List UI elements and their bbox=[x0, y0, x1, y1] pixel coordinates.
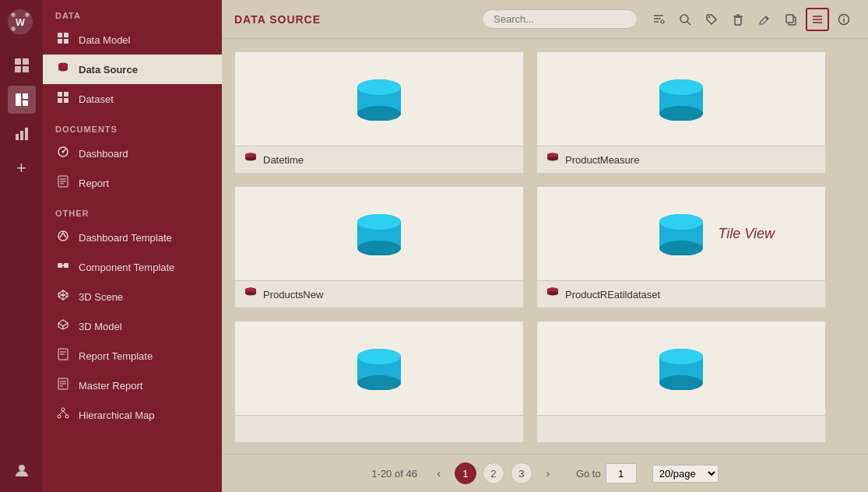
report-template-icon bbox=[55, 348, 71, 364]
tile-5[interactable] bbox=[234, 321, 524, 443]
svg-rect-24 bbox=[64, 98, 69, 103]
3d-model-label: 3D Model bbox=[79, 321, 122, 332]
edit-icon[interactable] bbox=[753, 8, 776, 31]
goto-input[interactable] bbox=[606, 463, 637, 483]
tile-6[interactable] bbox=[536, 321, 826, 443]
tile-productmeasure-text: ProductMeasure bbox=[565, 154, 639, 166]
dashboard-icon bbox=[55, 146, 71, 161]
svg-line-42 bbox=[58, 327, 63, 329]
info-icon[interactable] bbox=[832, 8, 856, 31]
other-section-label: OTHER bbox=[43, 198, 222, 223]
nav-item-hierarchical-map[interactable]: Hierarchical Map bbox=[43, 400, 222, 430]
nav-item-dataset[interactable]: Dataset bbox=[43, 84, 222, 114]
delete-icon[interactable] bbox=[726, 8, 750, 31]
nav-item-dashboard-template[interactable]: Dashboard Template bbox=[43, 223, 222, 252]
svg-line-55 bbox=[59, 411, 63, 415]
nav-item-report[interactable]: Report bbox=[43, 168, 222, 198]
data-source-label: Data Source bbox=[79, 64, 138, 76]
tile-datetime-image bbox=[235, 52, 523, 146]
nav-item-data-model[interactable]: Data Model bbox=[43, 25, 222, 54]
svg-line-62 bbox=[687, 22, 691, 25]
svg-point-110 bbox=[245, 292, 256, 296]
component-template-icon bbox=[55, 259, 71, 275]
sidebar-chart-icon[interactable] bbox=[8, 120, 36, 148]
svg-point-79 bbox=[357, 79, 401, 95]
tile-productreataildataset[interactable]: ProductREatildataset bbox=[536, 186, 826, 308]
search-icon[interactable] bbox=[673, 8, 697, 31]
master-report-label: Master Report bbox=[79, 380, 142, 392]
svg-rect-11 bbox=[23, 100, 28, 106]
list-view-icon[interactable] bbox=[806, 8, 829, 31]
hierarchical-map-icon bbox=[55, 407, 71, 423]
sidebar-add-icon[interactable]: + bbox=[8, 154, 36, 182]
tag-icon[interactable] bbox=[700, 8, 723, 31]
tile-productmeasure-ds-icon bbox=[546, 153, 559, 167]
3d-scene-icon bbox=[55, 289, 71, 304]
nav-item-component-template[interactable]: Component Template bbox=[43, 252, 222, 282]
nav-item-master-report[interactable]: Master Report bbox=[43, 371, 222, 400]
svg-point-63 bbox=[708, 16, 710, 17]
tile-5-label bbox=[235, 415, 523, 442]
page-2-button[interactable]: 2 bbox=[483, 462, 504, 484]
svg-point-60 bbox=[661, 20, 664, 23]
documents-section-label: DOCUMENTS bbox=[43, 114, 222, 139]
tile-productsnew-text: ProductsNew bbox=[263, 289, 323, 300]
tile-productsnew-image bbox=[235, 187, 523, 280]
tile-productsnew[interactable]: ProductsNew bbox=[234, 186, 524, 308]
sidebar-layers-icon[interactable] bbox=[8, 86, 36, 114]
next-page-button[interactable]: › bbox=[539, 464, 557, 483]
svg-point-26 bbox=[62, 151, 65, 153]
svg-rect-6 bbox=[23, 58, 29, 65]
svg-point-52 bbox=[61, 408, 65, 411]
svg-rect-9 bbox=[16, 93, 21, 106]
svg-text:W: W bbox=[16, 17, 25, 28]
svg-point-115 bbox=[659, 214, 703, 230]
svg-point-15 bbox=[19, 465, 25, 471]
page-1-button[interactable]: 1 bbox=[455, 462, 476, 484]
svg-rect-16 bbox=[58, 33, 62, 37]
svg-point-86 bbox=[245, 157, 256, 161]
tile-productmeasure-label: ProductMeasure bbox=[537, 146, 825, 173]
svg-point-3 bbox=[25, 12, 29, 16]
grid-area: Tile View bbox=[222, 39, 868, 454]
data-source-icon bbox=[55, 62, 71, 77]
copy-icon[interactable] bbox=[779, 8, 803, 31]
tile-productmeasure-image bbox=[537, 52, 825, 146]
svg-point-75 bbox=[843, 16, 845, 17]
sidebar-user-icon[interactable] bbox=[8, 456, 36, 484]
svg-point-122 bbox=[547, 292, 558, 296]
pagination: 1-20 of 46 ‹ 1 2 3 › Go to 20/page 50/pa… bbox=[222, 454, 868, 492]
prev-page-button[interactable]: ‹ bbox=[430, 464, 448, 483]
top-bar: DATA SOURCE bbox=[222, 0, 868, 39]
svg-point-123 bbox=[547, 288, 558, 292]
tile-datetime-label: Datetime bbox=[235, 146, 523, 173]
icon-sidebar: W + bbox=[0, 0, 43, 492]
dataset-icon bbox=[55, 91, 71, 107]
sidebar-grid-icon[interactable] bbox=[8, 51, 36, 79]
svg-rect-69 bbox=[786, 15, 793, 23]
nav-item-3d-scene[interactable]: 3D Scene bbox=[43, 282, 222, 311]
page-3-button[interactable]: 3 bbox=[511, 462, 532, 484]
hierarchical-map-label: Hierarchical Map bbox=[79, 409, 155, 421]
dataset-label: Dataset bbox=[79, 93, 114, 105]
svg-point-61 bbox=[680, 15, 688, 23]
perpage-select[interactable]: 20/page 50/page 100/page bbox=[652, 465, 719, 483]
nav-item-dashboard[interactable]: Dashboard bbox=[43, 139, 222, 168]
svg-rect-17 bbox=[64, 33, 69, 37]
nav-item-3d-model[interactable]: 3D Model bbox=[43, 311, 222, 341]
tile-productreataildataset-text: ProductREatildataset bbox=[565, 289, 660, 300]
tile-6-image bbox=[537, 322, 825, 415]
svg-rect-23 bbox=[58, 98, 62, 103]
tile-6-label bbox=[537, 415, 825, 442]
svg-point-98 bbox=[547, 157, 558, 161]
nav-item-data-source[interactable]: Data Source bbox=[43, 54, 222, 84]
filter-icon[interactable] bbox=[647, 8, 670, 31]
tile-productmeasure[interactable]: ProductMeasure bbox=[536, 51, 826, 174]
nav-item-report-template[interactable]: Report Template bbox=[43, 341, 222, 371]
data-model-label: Data Model bbox=[79, 34, 130, 46]
app-logo: W bbox=[6, 8, 37, 39]
tile-datetime[interactable]: Datetime bbox=[234, 51, 524, 174]
search-input[interactable] bbox=[482, 9, 638, 29]
svg-rect-12 bbox=[16, 134, 19, 140]
svg-line-56 bbox=[63, 411, 67, 415]
